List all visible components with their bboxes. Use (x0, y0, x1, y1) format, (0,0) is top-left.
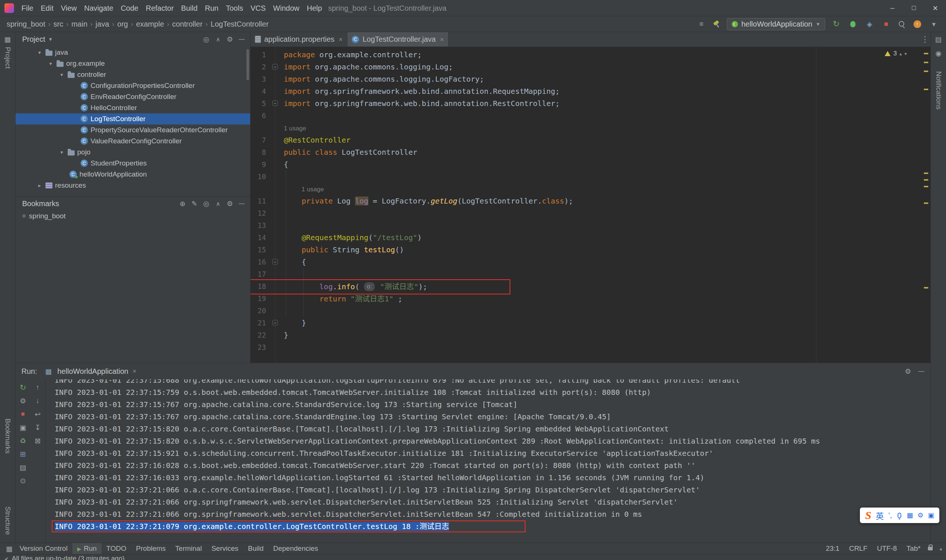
ime-skin-icon[interactable] (928, 511, 934, 519)
tree-item-resources[interactable]: ▸resources (15, 180, 250, 191)
run-with-coverage-button[interactable] (864, 18, 875, 29)
breadcrumb-item[interactable]: main (71, 20, 87, 28)
project-toolwindow-icon[interactable] (2, 34, 13, 45)
keyboard-icon[interactable] (907, 511, 913, 519)
status-indicator[interactable]: UTF-8 (877, 545, 897, 552)
soft-wrap-icon[interactable] (32, 408, 43, 421)
editor-tab-LogTestController.java[interactable]: LogTestController.java× (347, 32, 448, 46)
settings-icon[interactable] (902, 366, 914, 377)
rerun-application-button[interactable] (831, 18, 842, 29)
breadcrumb-item[interactable]: example (136, 20, 164, 28)
microphone-icon[interactable] (898, 513, 901, 518)
close-tab-icon[interactable]: × (339, 35, 342, 44)
tree-item-helloWorldApplication[interactable]: helloWorldApplication (15, 169, 250, 180)
settings-icon[interactable] (224, 198, 236, 209)
bookmark-item-spring_boot[interactable]: ≡spring_boot (15, 211, 250, 222)
collapse-all-icon[interactable] (213, 34, 223, 45)
settings-icon[interactable] (224, 34, 236, 45)
fold-icon[interactable] (272, 100, 278, 106)
pin-icon[interactable] (17, 474, 28, 487)
menu-tools[interactable]: Tools (222, 0, 247, 16)
run-console-tab[interactable]: helloWorldApplication × (43, 366, 136, 377)
fold-icon[interactable] (272, 64, 278, 69)
thread-dump-icon[interactable] (17, 421, 28, 434)
tree-scrollbar-thumb[interactable] (247, 49, 249, 80)
breadcrumb-item[interactable]: controller (172, 20, 202, 28)
chevron-expanded-icon[interactable]: ▾ (59, 72, 65, 78)
update-available-icon[interactable] (914, 20, 921, 28)
scroll-end-icon[interactable] (32, 421, 43, 434)
rerun-icon[interactable] (17, 381, 28, 394)
add-bookmark-group-icon[interactable] (177, 198, 188, 209)
restore-layout-icon[interactable] (17, 447, 28, 461)
tree-item-org.example[interactable]: ▾org.example (15, 58, 250, 69)
usages-hint[interactable]: 1 usage (302, 186, 324, 193)
toolwindow-button-bookmarks[interactable]: Bookmarks (4, 418, 12, 454)
usages-hint[interactable]: 1 usage (284, 125, 307, 132)
statusbar-run[interactable]: Run (72, 543, 102, 554)
tree-item-java[interactable]: ▾java (15, 47, 250, 58)
hide-panel-icon[interactable] (236, 34, 247, 45)
toolwindow-button-notifications[interactable]: Notifications (935, 71, 943, 110)
menu-edit[interactable]: Edit (37, 0, 57, 16)
code-editor[interactable]: 1package org.example.controller;2import … (251, 47, 931, 363)
run-console-output[interactable]: INFO 2023-01-01 22:37:15:688 org.example… (46, 379, 931, 543)
prev-warning-icon[interactable]: ▴ (900, 51, 902, 57)
breadcrumb-item[interactable]: LogTestController (211, 20, 269, 28)
breadcrumb-item[interactable]: org (117, 20, 128, 28)
breadcrumb-item[interactable]: java (96, 20, 109, 28)
editor-tab-application.properties[interactable]: application.properties× (251, 32, 347, 46)
statusbar-problems[interactable]: Problems (131, 543, 170, 554)
menu-refactor[interactable]: Refactor (142, 0, 177, 16)
menu-help[interactable]: Help (303, 0, 325, 16)
menu-code[interactable]: Code (117, 0, 142, 16)
gc-icon[interactable] (17, 434, 28, 447)
ime-toolbox-icon[interactable] (918, 511, 923, 519)
breadcrumb-item[interactable]: spring_boot (7, 20, 45, 28)
toolbar-chevron-icon[interactable] (928, 18, 939, 29)
edit-bookmark-icon[interactable] (189, 198, 200, 209)
tree-item-PropertySourceValueReaderOhterController[interactable]: PropertySourceValueReaderOhterController (15, 125, 250, 135)
tree-item-controller[interactable]: ▾controller (15, 69, 250, 80)
build-hammer-icon[interactable] (712, 20, 721, 28)
vcs-changes-icon[interactable] (696, 18, 707, 29)
locate-bookmark-icon[interactable] (201, 198, 212, 209)
status-indicator[interactable]: Tab* (906, 545, 920, 552)
stack-up-icon[interactable] (32, 381, 43, 394)
tree-item-LogTestController[interactable]: LogTestController (15, 114, 250, 125)
menu-file[interactable]: File (18, 0, 37, 16)
maximize-button[interactable] (903, 0, 924, 16)
more-tabs-icon[interactable] (920, 34, 931, 45)
bookmarks-panel-title[interactable]: Bookmarks (22, 200, 59, 208)
status-dot-icon[interactable] (939, 545, 942, 552)
close-tab-icon[interactable]: × (132, 367, 136, 375)
breadcrumb-item[interactable]: src (54, 20, 63, 28)
ime-language-toggle[interactable]: 英 (876, 509, 884, 521)
chevron-expanded-icon[interactable]: ▾ (59, 149, 65, 155)
chevron-expanded-icon[interactable]: ▾ (36, 49, 43, 55)
status-indicator[interactable]: 23:1 (826, 545, 840, 552)
settings-icon[interactable] (17, 394, 28, 408)
select-opened-file-icon[interactable] (201, 34, 212, 45)
chevron-expanded-icon[interactable]: ▾ (47, 61, 54, 66)
chevron-collapsed-icon[interactable]: ▸ (36, 183, 43, 188)
menu-window[interactable]: Window (270, 0, 303, 16)
search-everywhere-icon[interactable] (897, 20, 906, 28)
statusbar-todo[interactable]: TODO (102, 543, 131, 554)
menu-view[interactable]: View (57, 0, 80, 16)
toolwindow-switcher-icon[interactable] (4, 543, 15, 554)
hide-panel-icon[interactable] (916, 366, 927, 377)
tree-item-ConfigurationPropertiesController[interactable]: ConfigurationPropertiesController (15, 80, 250, 91)
menu-navigate[interactable]: Navigate (80, 0, 117, 16)
toolwindow-button-structure[interactable]: Structure (4, 506, 12, 535)
stack-down-icon[interactable] (32, 394, 43, 408)
layout-icon[interactable] (933, 34, 944, 45)
menu-build[interactable]: Build (177, 0, 201, 16)
toolwindow-button-project[interactable]: Project (4, 47, 12, 69)
inspection-widget[interactable]: 3 ▴ ▾ (885, 50, 907, 57)
clear-icon[interactable] (32, 434, 43, 447)
project-panel-title[interactable]: Project (22, 35, 45, 44)
run-configuration-select[interactable]: helloWorldApplication ▼ (727, 18, 825, 30)
tree-item-HelloController[interactable]: HelloController (15, 102, 250, 114)
tree-item-pojo[interactable]: ▾pojo (15, 147, 250, 158)
